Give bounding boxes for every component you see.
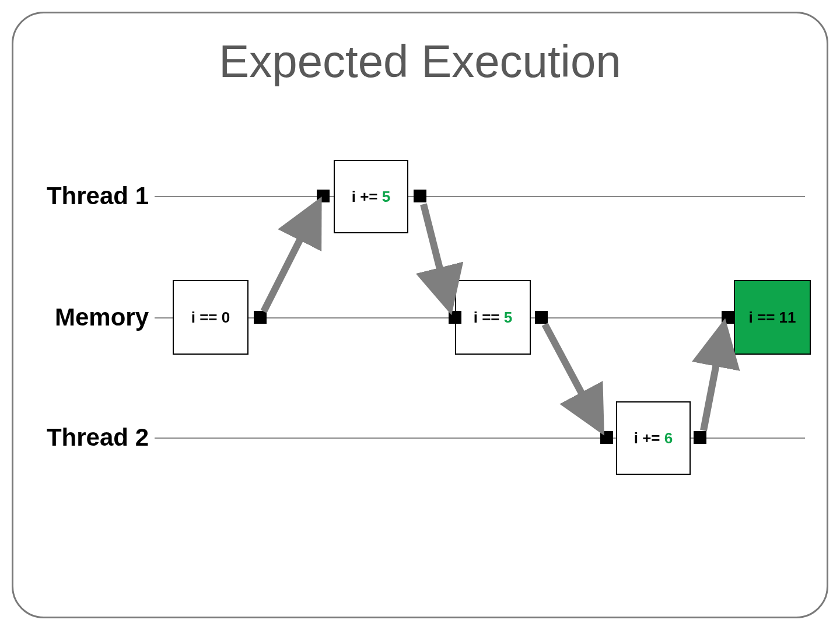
marker <box>414 190 426 202</box>
text-value: 11 <box>779 309 796 326</box>
timeline-thread1 <box>155 196 805 197</box>
box-thread1-op: i += 5 <box>334 160 408 233</box>
box-thread2-op: i += 6 <box>616 401 691 475</box>
text-value: 0 <box>222 309 230 326</box>
marker <box>254 311 267 324</box>
text-prefix: i += <box>634 429 664 447</box>
text-prefix: i == <box>749 309 779 326</box>
lane-label-thread1: Thread 1 <box>23 182 149 210</box>
box-memory-start: i == 0 <box>173 280 249 355</box>
text-prefix: i == <box>474 309 504 326</box>
lane-label-memory: Memory <box>23 303 149 331</box>
text-value: 5 <box>504 309 512 326</box>
marker <box>317 190 330 202</box>
marker <box>600 431 613 444</box>
box-memory-end: i == 11 <box>734 280 811 355</box>
timeline-thread2 <box>155 438 805 439</box>
text-value: 5 <box>382 188 390 205</box>
text-prefix: i == <box>191 309 222 326</box>
marker <box>449 311 461 324</box>
lane-label-thread2: Thread 2 <box>23 424 149 452</box>
box-memory-mid: i == 5 <box>455 280 531 355</box>
marker <box>535 311 548 324</box>
text-prefix: i += <box>352 188 382 205</box>
marker <box>722 311 734 324</box>
slide-title: Expected Execution <box>0 35 840 88</box>
marker <box>694 431 706 444</box>
text-value: 6 <box>664 429 673 447</box>
